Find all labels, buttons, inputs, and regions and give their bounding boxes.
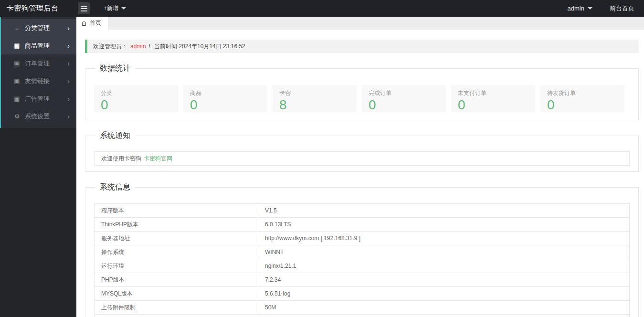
sysinfo-key: 执行时间限制 — [95, 315, 258, 317]
stat-card[interactable]: 待发货订单 0 — [540, 85, 624, 112]
stat-card[interactable]: 完成订单 0 — [362, 85, 446, 112]
table-row: 程序版本 V1.5 — [95, 204, 630, 218]
table-icon: ▦ — [13, 42, 21, 49]
stat-card-label: 未支付订单 — [458, 89, 528, 97]
table-row: 运行环境 nginx/1.21.1 — [95, 259, 630, 273]
stat-card-label: 卡密 — [279, 89, 350, 97]
tab-home[interactable]: 首页 — [76, 17, 108, 30]
table-row: ThinkPHP版本 6.0.13LTS — [95, 218, 630, 232]
stat-card-value: 0 — [101, 98, 171, 113]
gear-icon: ⚙ — [13, 113, 21, 120]
sysinfo-value: http://www.dkym.com [ 192.168.31.9 ] — [258, 232, 630, 245]
stat-card-label: 商品 — [190, 89, 261, 97]
sysinfo-key: 运行环境 — [95, 259, 258, 273]
sidebar-item-orders[interactable]: ▣ 订单管理 › — [0, 54, 76, 72]
sidebar: ≡ 分类管理 › ▦ 商品管理 › ▣ 订单管理 › ▣ 友情链接 › — [0, 17, 76, 317]
stat-card[interactable]: 卡密 8 — [273, 85, 357, 112]
form-icon: ▣ — [13, 95, 21, 102]
home-icon — [81, 21, 87, 26]
notice-panel: 系统通知 欢迎使用卡密狗卡密狗官网 — [85, 131, 639, 172]
add-new-label: +新增 — [104, 4, 118, 12]
stat-card-value: 0 — [458, 98, 528, 113]
tab-home-label: 首页 — [90, 19, 101, 27]
chevron-right-icon: › — [67, 95, 70, 103]
hamburger-icon — [81, 6, 87, 7]
topbar-right: admin 前台首页 — [568, 4, 644, 13]
notice-panel-title: 系统通知 — [95, 131, 135, 141]
sidebar-item-label: 广告管理 — [25, 95, 67, 103]
table-row: MYSQL版本 5.6.51-log — [95, 287, 630, 301]
form-icon: ▣ — [13, 60, 21, 67]
stat-card[interactable]: 未支付订单 0 — [451, 85, 535, 112]
chevron-down-icon — [121, 7, 126, 10]
sysinfo-panel-title: 系统信息 — [95, 182, 135, 192]
stats-cards: 分类 0 商品 0 卡密 8 完成订单 0 — [85, 74, 638, 120]
add-new-dropdown[interactable]: +新增 — [104, 4, 126, 12]
sidebar-item-label: 商品管理 — [25, 42, 67, 50]
tab-bar: 首页 — [76, 17, 644, 30]
welcome-time: ！ 当前时间:2024年10月14日 23:16:52 — [147, 43, 245, 50]
sysinfo-panel: 系统信息 程序版本 V1.5 ThinkPHP版本 6.0.13LTS — [85, 182, 639, 317]
stat-card-value: 0 — [547, 98, 618, 113]
sysinfo-key: ThinkPHP版本 — [95, 218, 258, 232]
notice-text: 欢迎使用卡密狗 — [101, 155, 141, 162]
sysinfo-key: 程序版本 — [95, 204, 258, 218]
sysinfo-value: V1.5 — [258, 204, 630, 218]
stat-card-value: 0 — [369, 98, 439, 113]
sysinfo-key: 操作系统 — [95, 245, 258, 259]
frontend-home-link[interactable]: 前台首页 — [610, 4, 634, 13]
stat-card-value: 8 — [279, 98, 350, 113]
table-row: PHP版本 7.2.34 — [95, 273, 630, 287]
chevron-right-icon: › — [67, 42, 70, 50]
sidebar-item-category[interactable]: ≡ 分类管理 › — [0, 19, 76, 37]
stats-panel-title: 数据统计 — [95, 63, 135, 74]
notice-row: 欢迎使用卡密狗卡密狗官网 — [94, 151, 630, 166]
sysinfo-value: 100秒 — [258, 315, 630, 317]
sidebar-item-label: 友情链接 — [25, 77, 67, 85]
main-content: 欢迎管理员：admin！ 当前时间:2024年10月14日 23:16:52 数… — [76, 30, 644, 317]
stat-card-value: 0 — [190, 98, 261, 113]
sysinfo-key: 上传附件限制 — [95, 301, 258, 315]
sidebar-scrollbar[interactable] — [0, 17, 1, 128]
official-site-link[interactable]: 卡密狗官网 — [144, 155, 172, 162]
sidebar-toggle-button[interactable] — [78, 2, 90, 14]
sidebar-item-goods[interactable]: ▦ 商品管理 › — [0, 37, 76, 54]
top-bar: 卡密狗管理后台 +新增 admin 前台首页 — [0, 0, 644, 17]
table-row: 执行时间限制 100秒 — [95, 315, 630, 317]
chevron-down-icon — [588, 7, 592, 10]
sysinfo-key: 服务器地址 — [95, 232, 258, 245]
sysinfo-value: WINNT — [258, 245, 630, 259]
sidebar-item-label: 系统设置 — [25, 112, 67, 121]
sidebar-item-label: 分类管理 — [25, 24, 67, 32]
stat-card-label: 完成订单 — [369, 89, 439, 97]
sidebar-item-label: 订单管理 — [25, 59, 67, 68]
stat-card-label: 待发货订单 — [547, 89, 618, 97]
sidebar-item-ads[interactable]: ▣ 广告管理 › — [0, 90, 76, 107]
sysinfo-key: MYSQL版本 — [95, 287, 258, 301]
sidebar-item-links[interactable]: ▣ 友情链接 › — [0, 72, 76, 90]
chevron-right-icon: › — [67, 24, 70, 32]
username-label: admin — [568, 5, 584, 12]
sidebar-item-settings[interactable]: ⚙ 系统设置 › — [0, 107, 76, 125]
sysinfo-value: 6.0.13LTS — [258, 218, 630, 232]
stats-panel: 数据统计 分类 0 商品 0 卡密 8 完成订单 — [85, 63, 639, 120]
sysinfo-value: 50M — [258, 301, 630, 315]
user-dropdown[interactable]: admin — [568, 5, 592, 12]
stat-card[interactable]: 分类 0 — [94, 85, 178, 112]
welcome-banner: 欢迎管理员：admin！ 当前时间:2024年10月14日 23:16:52 — [85, 40, 639, 53]
stat-card[interactable]: 商品 0 — [183, 85, 267, 112]
welcome-username: admin — [130, 43, 146, 50]
sidebar-menu: ≡ 分类管理 › ▦ 商品管理 › ▣ 订单管理 › ▣ 友情链接 › — [0, 17, 76, 128]
table-row: 上传附件限制 50M — [95, 301, 630, 315]
sysinfo-value: 7.2.34 — [258, 273, 630, 287]
chevron-right-icon: › — [67, 60, 70, 67]
table-row: 操作系统 WINNT — [95, 245, 630, 259]
chevron-right-icon: › — [67, 113, 70, 120]
form-icon: ▣ — [13, 77, 21, 85]
welcome-prefix: 欢迎管理员： — [93, 43, 127, 50]
chevron-right-icon: › — [67, 77, 70, 85]
sysinfo-value: nginx/1.21.1 — [258, 259, 630, 273]
sysinfo-key: PHP版本 — [95, 273, 258, 287]
stat-card-label: 分类 — [101, 89, 171, 97]
table-row: 服务器地址 http://www.dkym.com [ 192.168.31.9… — [95, 232, 630, 245]
